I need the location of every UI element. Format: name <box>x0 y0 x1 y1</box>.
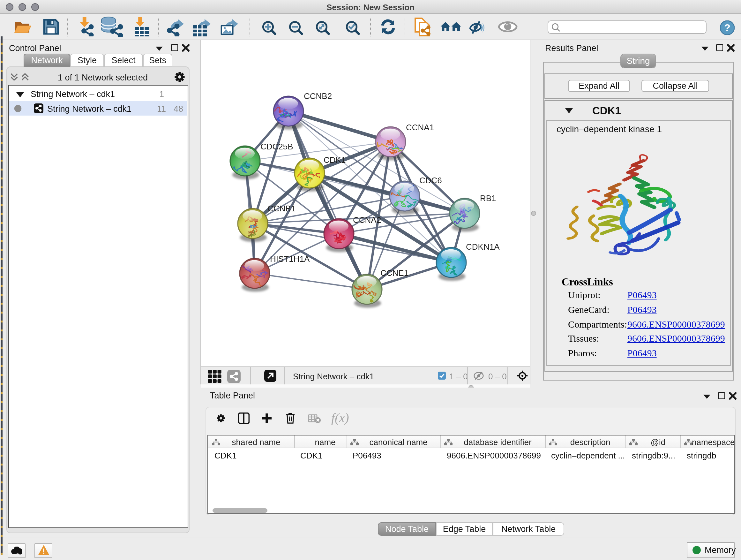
svg-text:?: ? <box>724 22 731 34</box>
svg-text:CDC25B: CDC25B <box>260 142 293 151</box>
svg-text:CCNA2: CCNA2 <box>353 215 381 225</box>
svg-text:CDKN1A: CDKN1A <box>466 242 500 252</box>
svg-text:CCNB1: CCNB1 <box>267 204 295 213</box>
svg-text:CCNA1: CCNA1 <box>406 123 434 132</box>
svg-text:CDC6: CDC6 <box>419 176 442 185</box>
svg-text:CCNB2: CCNB2 <box>304 91 332 101</box>
svg-text:CDK1: CDK1 <box>324 155 346 165</box>
svg-text:CCNE1: CCNE1 <box>381 268 408 278</box>
svg-text:RB1: RB1 <box>480 193 496 203</box>
svg-text:HIST1H1A: HIST1H1A <box>270 254 310 264</box>
